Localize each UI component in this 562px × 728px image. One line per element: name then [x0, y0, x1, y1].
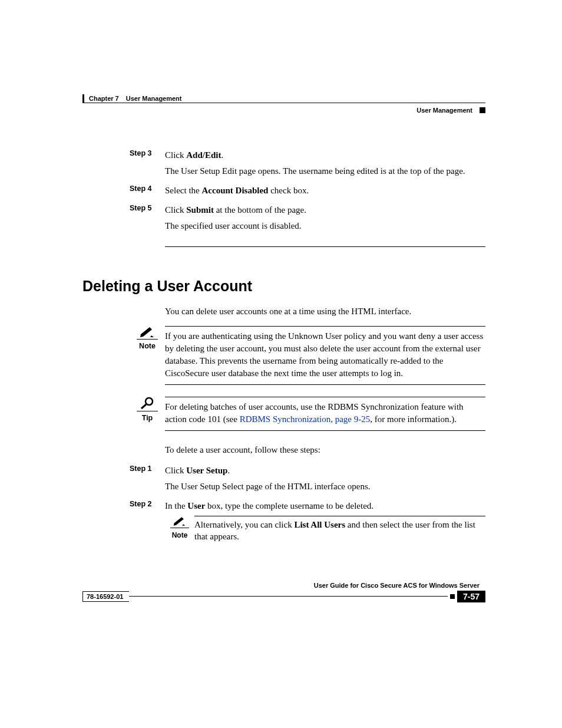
chapter-label-row: Chapter 7 User Management — [82, 94, 485, 103]
header-bar-icon — [82, 94, 84, 103]
step-5-bold: Submit — [186, 205, 214, 215]
step-5-pre: Click — [165, 205, 186, 215]
upper-steps: Step 3 Click Add/Edit. The User Setup Ed… — [130, 149, 485, 236]
nested-note-icon-col: Note — [165, 516, 194, 546]
step-1-pre: Click — [165, 466, 186, 475]
steps-end-rule — [165, 246, 485, 247]
step-5-detail: The specified user account is disabled. — [165, 220, 485, 232]
page-header: Chapter 7 User Management User Managemen… — [82, 94, 485, 114]
nested-note-content: Alternatively, you can click List All Us… — [194, 516, 485, 546]
section-heading: Deleting a User Account — [82, 278, 485, 295]
step-2-body: In the User box, type the complete usern… — [165, 500, 485, 546]
note-content: If you are authenticating using the Unkn… — [165, 326, 485, 385]
step-1-bold: User Setup — [186, 466, 227, 475]
step-1: Step 1 Click User Setup. The User Setup … — [130, 465, 485, 496]
step-4-pre: Select the — [165, 186, 201, 195]
step-3-bold: Add/Edit — [186, 150, 221, 160]
lower-steps: Step 1 Click User Setup. The User Setup … — [130, 465, 485, 546]
footer-docnum: 78-16592-01 — [82, 591, 129, 602]
footer-line — [129, 596, 448, 597]
chapter-title: User Management — [126, 95, 182, 102]
lead-in: To delete a user account, follow these s… — [165, 444, 485, 456]
pencil-icon — [139, 326, 156, 338]
footer-rule-block: 78-16592-01 7-57 — [82, 591, 485, 602]
nested-note-bold: List All Users — [294, 520, 345, 529]
tip-label: Tip — [130, 414, 165, 422]
tip-post: , for more information.). — [370, 414, 457, 424]
step-1-detail: The User Setup Select page of the HTML i… — [165, 480, 485, 493]
footer-guide-title: User Guide for Cisco Secure ACS for Wind… — [82, 582, 480, 589]
step-3-body: Click Add/Edit. The User Setup Edit page… — [165, 149, 485, 181]
note-label: Note — [130, 342, 165, 350]
chapter-number: Chapter 7 — [89, 95, 119, 102]
tip-callout: Tip For deleting batches of user account… — [130, 397, 485, 431]
page-footer: User Guide for Cisco Secure ACS for Wind… — [82, 582, 485, 602]
step-2-bold: User — [187, 501, 205, 510]
page: Chapter 7 User Management User Managemen… — [0, 0, 562, 638]
svg-point-0 — [146, 398, 153, 405]
nested-note: Note Alternatively, you can click List A… — [165, 516, 485, 546]
nested-note-pre: Alternatively, you can click — [194, 520, 294, 529]
step-3-pre: Click — [165, 150, 186, 160]
step-5-label: Step 5 — [130, 204, 165, 236]
step-5-body: Click Submit at the bottom of the page. … — [165, 204, 485, 236]
running-head: User Management — [416, 107, 472, 114]
tip-content: For deleting batches of user accounts, u… — [165, 397, 485, 431]
step-3-detail: The User Setup Edit page opens. The user… — [165, 165, 485, 177]
header-rule — [82, 103, 485, 103]
svg-line-1 — [141, 404, 146, 409]
tip-icon-col: Tip — [130, 397, 165, 431]
step-5: Step 5 Click Submit at the bottom of the… — [130, 204, 485, 236]
step-1-body: Click User Setup. The User Setup Select … — [165, 465, 485, 496]
footer-dot-icon — [450, 594, 455, 599]
step-4-bold: Account Disabled — [201, 186, 268, 195]
step-4-post: check box. — [268, 186, 309, 195]
pencil-icon — [173, 516, 187, 526]
intro-paragraph: You can delete user accounts one at a ti… — [165, 305, 485, 318]
step-4: Step 4 Select the Account Disabled check… — [130, 185, 485, 200]
step-4-label: Step 4 — [130, 185, 165, 200]
nested-note-label: Note — [165, 531, 194, 541]
step-1-post: . — [227, 466, 230, 475]
running-head-row: User Management — [82, 107, 485, 114]
step-3-label: Step 3 — [130, 149, 165, 181]
step-3-post: . — [221, 150, 223, 160]
note-text: If you are authenticating using the Unkn… — [165, 330, 485, 380]
header-end-icon — [480, 107, 485, 113]
note-callout: Note If you are authenticating using the… — [130, 326, 485, 385]
footer-pagenum: 7-57 — [457, 591, 485, 602]
step-2-label: Step 2 — [130, 500, 165, 546]
step-5-post: at the bottom of the page. — [214, 205, 306, 215]
step-4-body: Select the Account Disabled check box. — [165, 185, 485, 200]
step-3: Step 3 Click Add/Edit. The User Setup Ed… — [130, 149, 485, 181]
note-icon-col: Note — [130, 326, 165, 385]
magnifier-icon — [139, 397, 156, 410]
step-2-post: box, type the complete username to be de… — [205, 501, 373, 510]
step-2: Step 2 In the User box, type the complet… — [130, 500, 485, 546]
tip-link[interactable]: RDBMS Synchronization, page 9-25 — [240, 414, 371, 424]
step-1-label: Step 1 — [130, 465, 165, 496]
step-2-pre: In the — [165, 501, 187, 510]
